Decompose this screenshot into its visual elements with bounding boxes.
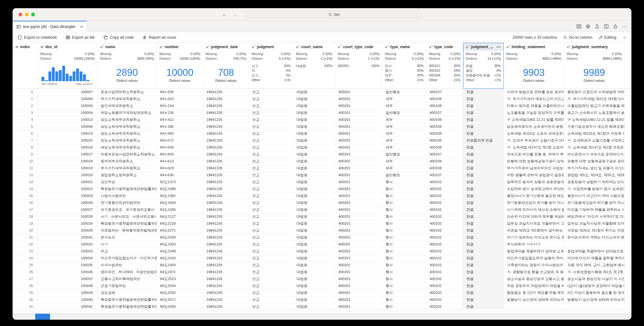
cell-type_code[interactable]: 400102 — [426, 262, 463, 268]
cell-name[interactable]: 의료법위반 · 폭력행위등처벌에관한법률 — [97, 227, 157, 234]
cell-type_code[interactable]: 400107 — [426, 172, 463, 178]
cell-type_code[interactable]: 400102 — [426, 296, 463, 303]
cell-holding_statement[interactable]: 가. 소득세법 제147조 제1항 소정의 3월( — [504, 144, 564, 151]
row-index-cell[interactable]: 12 — [13, 172, 38, 178]
cell-holding_statement[interactable]: 공소사실과 원심인정의 교통사고 원인의 — [504, 276, 564, 282]
cell-judgment[interactable]: 선고 — [249, 172, 293, 178]
cell-type_code[interactable]: 400108 — [426, 144, 463, 151]
row-index-cell[interactable]: 21 — [13, 234, 38, 241]
cell-judgment_summary[interactable]: 원고가 소속회사의 노동조합에서 분규기 — [564, 110, 625, 116]
cell-name[interactable]: 특정범죄가중처벌등에관한법률위반 · 절 — [97, 296, 157, 303]
cell-court_type_code[interactable]: 400201 — [335, 276, 382, 282]
cell-type_name[interactable]: 형사 — [382, 241, 426, 248]
cell-holding_statement[interactable] — [504, 303, 564, 308]
cell-court_type_code[interactable]: 400201 — [335, 151, 382, 158]
cell-judgment[interactable]: 선고 — [249, 137, 293, 144]
cell-court_type_code[interactable]: 400201 — [335, 269, 382, 275]
cell-judgment_date[interactable]: 19841226 — [203, 220, 249, 227]
beaker-icon[interactable] — [595, 24, 600, 29]
cell-court_type_code[interactable]: 400201 — [335, 303, 382, 308]
cell-name[interactable]: 유가증권위조 · 유가증권위조행사 · 사기 — [97, 206, 157, 213]
cell-judgment[interactable]: 선고 — [249, 296, 293, 303]
cell-judgment_date[interactable]: 19841226 — [203, 89, 249, 95]
cell-judgment[interactable]: 선고 — [249, 151, 293, 158]
column-header[interactable]: Ajudgment_date — [203, 43, 249, 51]
cell-judgment[interactable]: 선고 — [249, 206, 293, 213]
column-header[interactable]: Atype_code — [426, 43, 463, 51]
cell-judgment-type[interactable]: 판결 — [463, 110, 504, 116]
cell-judgment_date[interactable]: 19841226 — [203, 96, 249, 102]
cell-number[interactable]: 84누154 — [157, 103, 203, 109]
cell-judgment-type[interactable]: 판결 — [463, 269, 504, 275]
row-index-cell[interactable]: 8 — [13, 144, 38, 151]
cell-judgment-type[interactable]: 판결 — [463, 227, 504, 234]
cell-holding_statement[interactable]: 사위의 방법으로 면허를 얻은 경우에도 그 — [504, 89, 564, 95]
cell-type_code[interactable]: 400102 — [426, 193, 463, 199]
cell-name[interactable]: 교통사고처리특례법위반 — [97, 276, 157, 282]
back-arrow-icon[interactable]: ← — [222, 12, 227, 17]
cell-name[interactable]: 자동차운송사업면허취소처분취소 — [97, 151, 157, 158]
cell-name[interactable]: 근로기준법위반 — [97, 283, 157, 289]
cell-number[interactable]: 84도2534 — [157, 283, 203, 289]
cell-type_name[interactable]: 세무 — [382, 123, 426, 130]
cell-judgment_date[interactable]: 19841226 — [203, 179, 249, 185]
cell-judgment_date[interactable]: 19841226 — [203, 303, 249, 308]
cell-judgment_summary[interactable]: 의료법 제25조 제1항의 취지는 의료인으 — [564, 227, 625, 234]
cell-court_name[interactable]: 대법원 — [293, 96, 335, 102]
cell-name[interactable]: 전기용품안전관리법위반 — [97, 200, 157, 206]
cell-holding_statement[interactable]: 암묵적인 범의의 상통과 공동정범의 성부 — [504, 179, 564, 185]
cell-doc_id[interactable]: 100023 — [38, 186, 97, 192]
cell-doc_id[interactable]: 100008 — [38, 96, 97, 102]
cell-doc_id[interactable]: 100035 — [38, 262, 97, 268]
column-header[interactable]: doc_id — [38, 43, 97, 51]
cell-court_type_code[interactable]: 400201 — [335, 165, 382, 171]
cell-doc_id[interactable]: 100005 — [38, 103, 97, 109]
cell-judgment_summary[interactable]: 가. 소득세법 제147조 제1항 규정은 법인 — [564, 144, 625, 151]
cell-number[interactable]: 84도2593 — [157, 303, 203, 308]
cell-type_name[interactable]: 일반행정 — [382, 89, 426, 95]
cell-judgment[interactable]: 선고 — [249, 289, 293, 296]
cell-judgment[interactable]: 선고 — [249, 241, 293, 248]
cell-number[interactable]: 84도2348 — [157, 248, 203, 255]
cell-doc_id[interactable]: 100037 — [38, 276, 97, 282]
cell-judgment_date[interactable]: 19841226 — [203, 130, 249, 137]
row-index-cell[interactable]: 4 — [13, 116, 38, 123]
cell-holding_statement[interactable]: 자기가 점유하는 타인소유 문서도 문서손 — [504, 234, 564, 241]
cell-doc_id[interactable]: 100017 — [38, 151, 97, 158]
copy-all-code-button[interactable]: Copy all code — [103, 35, 134, 40]
cell-court_name[interactable]: 대법원 — [293, 116, 335, 123]
cell-court_type_code[interactable]: 400201 — [335, 158, 382, 165]
cell-judgment_date[interactable]: 19841226 — [203, 200, 249, 206]
cell-judgment-type[interactable]: 판결 — [463, 283, 504, 289]
column-header[interactable]: Atype_name — [382, 43, 426, 51]
cell-number[interactable]: 84도2127 — [157, 213, 203, 220]
cell-holding_statement[interactable]: 주식편취의 기수시기 — [504, 241, 564, 248]
cell-type_name[interactable]: 형사 — [382, 206, 426, 213]
row-index-cell[interactable]: 18 — [13, 213, 38, 220]
cell-doc_id[interactable]: 100041 — [38, 303, 97, 308]
row-index-cell[interactable]: 3 — [13, 110, 38, 116]
cell-holding_statement[interactable]: 부가가치세의 납세의무자인 사업상 독립하 — [504, 165, 564, 171]
cell-type_code[interactable]: 400102 — [426, 241, 463, 248]
cell-doc_id[interactable]: 100015 — [38, 137, 97, 144]
cell-court_type_code[interactable]: 400201 — [335, 193, 382, 199]
cell-type_name[interactable]: 세무 — [382, 137, 426, 144]
cell-judgment_summary[interactable]: 타인을 기망하여 재물을 편취하는 시기 — [564, 206, 625, 213]
cell-court_type_code[interactable]: 400201 — [335, 186, 382, 192]
cell-number[interactable]: 84도1936 — [157, 206, 203, 213]
cell-type_name[interactable]: 형사 — [382, 179, 426, 185]
cell-court_name[interactable]: 대법원 — [293, 123, 335, 130]
cell-judgment-type[interactable]: 판결 — [463, 179, 504, 185]
cell-judgment_summary[interactable]: 야간에 타인의 재물을 절취할 목적으로 — [564, 255, 625, 261]
cell-doc_id[interactable]: 100038 — [38, 283, 97, 289]
row-index-cell[interactable]: 25 — [13, 262, 38, 268]
cell-judgment_date[interactable]: 19841226 — [203, 283, 249, 289]
cell-name[interactable]: 특정범죄가중처벌등에관한법률위반 · 교 — [97, 220, 157, 227]
cell-type_code[interactable]: 400107 — [426, 89, 463, 95]
cell-judgment[interactable]: 선고 — [249, 255, 293, 261]
cell-judgment-type[interactable]: 판결 — [463, 172, 504, 178]
cell-judgment[interactable]: 선고 — [249, 220, 293, 227]
cell-number[interactable]: 84누412 — [157, 116, 203, 123]
cell-type_code[interactable]: 400107 — [426, 110, 463, 116]
row-index-cell[interactable]: 11 — [13, 165, 38, 171]
